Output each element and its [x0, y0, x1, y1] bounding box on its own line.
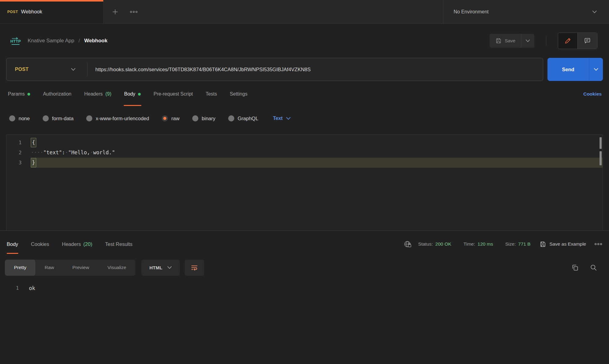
view-visualize[interactable]: Visualize: [98, 260, 136, 276]
environment-label: No Environment: [454, 9, 589, 15]
tab-pre-request-script[interactable]: Pre-request Script: [153, 81, 193, 107]
chevron-down-icon: [592, 10, 597, 13]
view-pretty[interactable]: Pretty: [5, 260, 35, 276]
radio-icon: [192, 115, 198, 121]
request-body-editor[interactable]: 1 { 2 ····"text":·"Hello,·world." 3 }: [6, 135, 603, 230]
line-number: 2: [6, 148, 31, 158]
response-tab-cookies[interactable]: Cookies: [31, 231, 49, 257]
response-tabs: Body Cookies Headers (20) Test Results: [7, 231, 145, 257]
headers-count: (9): [105, 91, 112, 97]
radio-graphql[interactable]: GraphQL: [228, 115, 258, 121]
radio-raw[interactable]: raw: [162, 115, 179, 121]
tab-settings[interactable]: Settings: [229, 81, 248, 107]
response-tab-body[interactable]: Body: [7, 231, 18, 257]
comment-icon: [584, 37, 591, 44]
radio-icon: [9, 115, 15, 121]
copy-response-button[interactable]: [571, 264, 579, 271]
url-input[interactable]: [87, 58, 543, 81]
method-selector[interactable]: POST: [6, 58, 87, 81]
edit-button[interactable]: [558, 33, 578, 49]
chevron-down-icon: [167, 266, 172, 269]
request-tabs-row: Params Authorization Headers (9) Body Pr…: [0, 81, 609, 107]
tab-options-button[interactable]: [130, 10, 138, 13]
time-badge[interactable]: Time: 120 ms: [463, 241, 493, 247]
search-response-button[interactable]: [590, 264, 597, 271]
request-tabs: Params Authorization Headers (9) Body Pr…: [7, 81, 260, 107]
view-preview[interactable]: Preview: [63, 260, 98, 276]
view-raw[interactable]: Raw: [35, 260, 63, 276]
editor-scrollbar[interactable]: [600, 137, 602, 149]
response-content: ok: [29, 284, 35, 293]
wrap-lines-button[interactable]: [185, 260, 204, 276]
network-info-icon[interactable]: [404, 240, 412, 248]
params-dot: [27, 93, 30, 96]
edit-comment-group: [558, 33, 597, 49]
close-brace: }: [31, 158, 36, 167]
tab-method-badge: POST: [7, 10, 18, 14]
radio-form-data[interactable]: form-data: [43, 115, 74, 121]
tab-params[interactable]: Params: [7, 81, 31, 107]
editor-scrollbar[interactable]: [600, 151, 602, 165]
editor-line-2: 2 ····"text":·"Hello,·world.": [6, 148, 603, 158]
chevron-down-icon: [526, 39, 530, 42]
request-header-row: HTTP Knative Sample App / Webhook Save: [0, 24, 609, 58]
response-tab-test-results[interactable]: Test Results: [105, 231, 133, 257]
send-button[interactable]: Send: [547, 58, 589, 81]
radio-icon-selected: [162, 115, 168, 121]
response-body[interactable]: 1 ok: [0, 278, 609, 364]
editor-line-3: 3 }: [6, 158, 603, 168]
send-button-group: Send: [547, 58, 603, 81]
tab-bar: POST Webhook No Environment: [0, 0, 609, 24]
more-options-icon: [130, 10, 138, 13]
response-section: Body Cookies Headers (20) Test Results: [0, 230, 609, 364]
plus-icon: [112, 8, 119, 16]
request-url-row: POST Send: [6, 58, 603, 81]
response-tools: [571, 264, 603, 271]
body-dot: [138, 93, 141, 96]
raw-format-selector[interactable]: Text: [273, 116, 291, 121]
save-label: Save: [505, 38, 515, 44]
request-tab-webhook[interactable]: POST Webhook: [0, 0, 104, 23]
tab-authorization[interactable]: Authorization: [42, 81, 72, 107]
radio-x-www-form-urlencoded[interactable]: x-www-form-urlencoded: [86, 115, 149, 121]
size-badge[interactable]: Size: 771 B: [505, 241, 530, 247]
response-meta: Status: 200 OK Time: 120 ms Size: 771 B …: [404, 240, 602, 248]
status-badge[interactable]: Status: 200 OK: [418, 241, 451, 247]
radio-none[interactable]: none: [9, 115, 30, 121]
editor-line-1: 1 {: [6, 138, 603, 148]
save-icon: [539, 241, 546, 248]
save-icon: [495, 37, 502, 44]
new-tab-button[interactable]: [112, 8, 119, 16]
line-number: 3: [6, 158, 31, 168]
environment-selector[interactable]: No Environment: [443, 0, 609, 23]
line-number: 1: [0, 284, 19, 293]
tab-tests[interactable]: Tests: [205, 81, 218, 107]
tab-body[interactable]: Body: [124, 81, 141, 107]
radio-icon: [228, 115, 234, 121]
breadcrumb-request-name[interactable]: Webhook: [84, 38, 107, 44]
save-options-button[interactable]: [521, 34, 534, 48]
send-options-button[interactable]: [589, 58, 603, 81]
tab-title: Webhook: [21, 9, 42, 15]
body-type-row: none form-data x-www-form-urlencoded raw…: [0, 107, 609, 130]
save-button-group: Save: [490, 34, 534, 48]
pencil-icon: [564, 37, 572, 44]
response-tab-headers[interactable]: Headers (20): [62, 231, 92, 257]
breadcrumb-separator: /: [79, 38, 80, 44]
response-line-1: 1 ok: [0, 284, 609, 293]
radio-icon: [86, 115, 92, 121]
tab-headers[interactable]: Headers (9): [84, 81, 112, 107]
save-button[interactable]: Save: [490, 34, 521, 48]
breadcrumb: HTTP Knative Sample App / Webhook: [10, 37, 108, 45]
search-icon: [590, 264, 597, 271]
http-protocol-icon: HTTP: [10, 37, 21, 45]
save-as-example-button[interactable]: Save as Example: [539, 241, 586, 248]
postman-window: POST Webhook No Environment HTTP Knative…: [0, 0, 609, 364]
cookies-link[interactable]: Cookies: [583, 91, 602, 97]
radio-binary[interactable]: binary: [192, 115, 215, 121]
response-options-button[interactable]: [594, 243, 602, 246]
chevron-down-icon: [286, 117, 291, 120]
response-format-selector[interactable]: HTML: [141, 260, 180, 276]
comments-button[interactable]: [578, 33, 597, 49]
breadcrumb-collection[interactable]: Knative Sample App: [28, 38, 74, 44]
